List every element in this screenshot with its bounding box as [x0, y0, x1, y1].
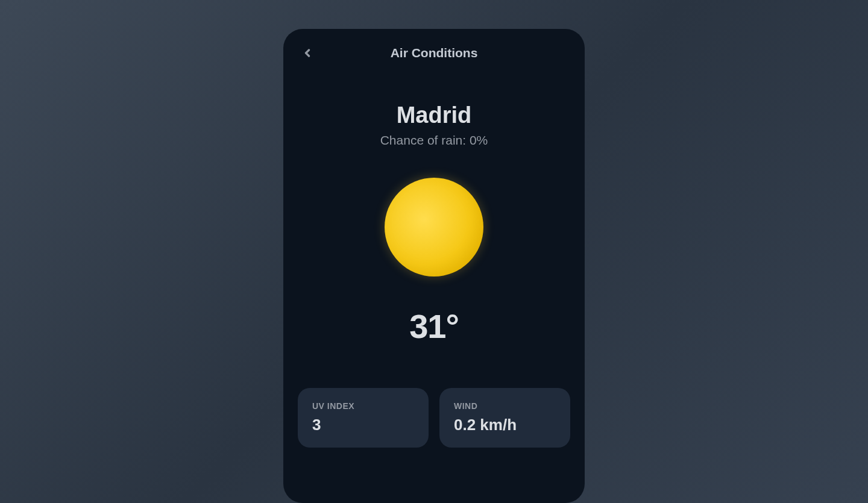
city-name: Madrid [298, 102, 570, 128]
stat-card-wind: WIND 0.2 km/h [439, 388, 570, 448]
stats-grid: UV INDEX 3 WIND 0.2 km/h [298, 388, 570, 448]
city-section: Madrid Chance of rain: 0% [298, 102, 570, 148]
chevron-left-icon [301, 47, 313, 59]
stat-label: WIND [454, 401, 556, 411]
rain-chance-label: Chance of rain: 0% [298, 133, 570, 148]
back-button[interactable] [298, 43, 317, 63]
header: Air Conditions [298, 46, 570, 60]
stat-card-uv-index: UV INDEX 3 [298, 388, 429, 448]
phone-frame: Air Conditions Madrid Chance of rain: 0%… [283, 29, 585, 503]
stat-value: 0.2 km/h [454, 416, 556, 434]
stat-value: 3 [312, 416, 414, 434]
stat-label: UV INDEX [312, 401, 414, 411]
sun-icon [385, 178, 483, 276]
page-title: Air Conditions [391, 46, 478, 60]
weather-icon-wrap [298, 178, 570, 276]
temperature-value: 31° [298, 307, 570, 346]
